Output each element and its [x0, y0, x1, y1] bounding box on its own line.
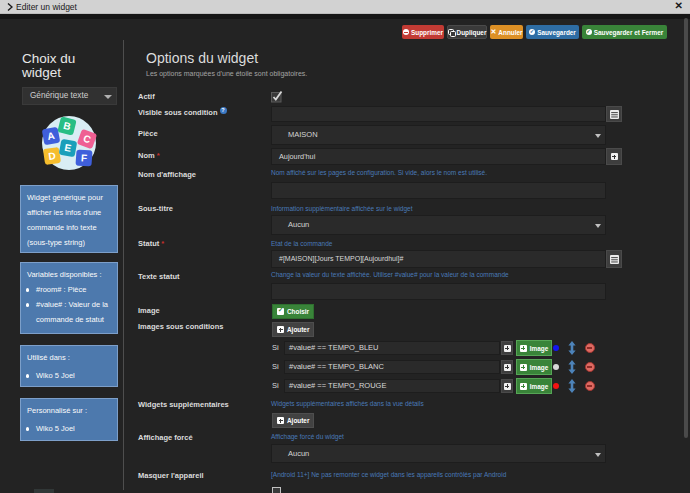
svg-text:D: D: [48, 150, 57, 162]
svg-text:F: F: [81, 152, 88, 163]
